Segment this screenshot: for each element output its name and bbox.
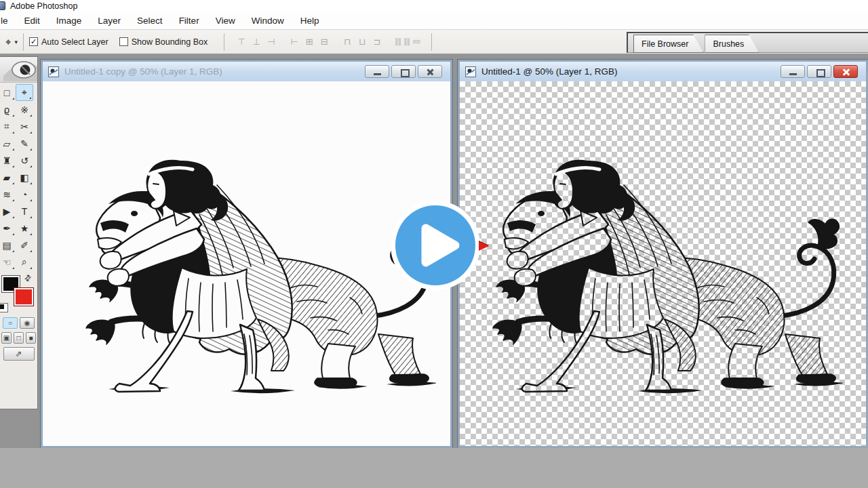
color-swatches: ⇄ (0, 273, 37, 314)
close-icon[interactable] (418, 65, 442, 78)
align-left-icon[interactable]: ⊢ (289, 37, 300, 47)
document-window-untitled-1: Untitled-1 @ 50% (Layer 1, RGB) (458, 60, 868, 448)
tool-pen[interactable]: ✒ (0, 220, 16, 237)
tool-crop[interactable]: ⌗ (0, 118, 16, 135)
move-tool-icon: ⌖ (5, 36, 11, 48)
document-2-window-controls (781, 65, 858, 78)
tool-rectangular-marquee[interactable]: □ (0, 84, 16, 101)
tool-move[interactable]: ⌖ (16, 84, 33, 101)
standard-screen-mode-button[interactable]: ▣ (1, 332, 12, 344)
separator (224, 33, 224, 51)
tool-options-bar: ⌖ ▾ ✓ Auto Select Layer Show Bounding Bo… (0, 29, 868, 54)
app-title: Adobe Photoshop (10, 1, 77, 11)
menu-image[interactable]: Image (48, 14, 90, 28)
tool-path-selection[interactable]: ▶ (0, 203, 16, 220)
document-1-canvas[interactable] (43, 81, 450, 446)
tool-zoom[interactable]: ⌕ (16, 253, 33, 270)
bottom-letterbox-bar (0, 448, 868, 488)
menu-window[interactable]: Window (243, 14, 292, 28)
align-vertical-center-icon[interactable]: ⊥ (251, 37, 262, 47)
align-right-icon[interactable]: ⊟ (319, 37, 330, 47)
document-2-titlebar[interactable]: Untitled-1 @ 50% (Layer 1, RGB) (460, 62, 866, 81)
full-screen-menubar-mode-button[interactable]: □ (14, 332, 24, 344)
show-bounding-box-label: Show Bounding Box (132, 37, 208, 47)
palette-well: File Browser Brushes (627, 32, 868, 53)
standard-mode-button[interactable]: ○ (3, 317, 18, 329)
tool-healing-brush[interactable]: ▱ (0, 135, 16, 152)
distribute-top-icon[interactable]: ⊓ (342, 37, 353, 47)
quick-mask-mode-button[interactable]: ◉ (20, 317, 35, 329)
separator (23, 33, 24, 51)
distribute-right-icon[interactable]: ≡≡ (412, 37, 420, 46)
document-1-window-controls (365, 65, 442, 78)
align-buttons-group-3: ⊓ ⊔ ⊐ (342, 37, 382, 47)
red-pointer-cursor (479, 241, 489, 251)
document-1-titlebar[interactable]: Untitled-1 copy @ 50% (Layer 1, RGB) (43, 62, 450, 81)
menu-edit[interactable]: Edit (16, 14, 48, 28)
minimize-icon[interactable] (781, 65, 805, 78)
tool-eraser[interactable]: ▰ (0, 169, 16, 186)
current-tool-preset[interactable]: ⌖ ▾ (5, 36, 18, 48)
restore-icon[interactable] (807, 65, 831, 78)
document-2-title: Untitled-1 @ 50% (Layer 1, RGB) (481, 66, 781, 77)
align-buttons-group-1: ⊤ ⊥ ⊣ (236, 37, 277, 47)
document-2-canvas[interactable] (460, 81, 866, 446)
auto-select-layer-option[interactable]: ✓ Auto Select Layer (29, 37, 108, 47)
photoshop-document-icon (465, 66, 476, 77)
align-top-icon[interactable]: ⊤ (236, 37, 247, 47)
video-play-button[interactable] (390, 200, 481, 291)
jump-to-imageready-button[interactable]: ⇗ (3, 347, 35, 361)
tool-magic-wand[interactable]: ※ (16, 101, 33, 118)
distribute-horizontal-center-icon[interactable]: ∥∥ (403, 37, 410, 46)
background-color-swatch[interactable] (14, 288, 33, 306)
menu-view[interactable]: View (208, 14, 243, 28)
toolbox-palette: □ ⌖ ϱ ※ ⌗ ✂ ▱ ✎ ♜ ↺ ▰ ◧ ≋ ◔ ▶ T ✒ ★ ▤ ✐ (0, 56, 38, 409)
align-horizontal-center-icon[interactable]: ⊞ (304, 37, 315, 47)
photoshop-app-icon (0, 1, 5, 10)
tab-brushes[interactable]: Brushes (705, 35, 759, 53)
tool-lasso[interactable]: ϱ (0, 101, 16, 118)
auto-select-layer-label: Auto Select Layer (41, 37, 108, 47)
quick-mask-buttons: ○ ◉ (0, 317, 37, 329)
screen-mode-buttons: ▣ □ ■ (0, 332, 37, 344)
show-bounding-box-checkbox[interactable] (119, 37, 128, 46)
tab-file-browser[interactable]: File Browser (633, 35, 703, 53)
align-buttons-group-2: ⊢ ⊞ ⊟ (289, 37, 330, 47)
tool-grid: □ ⌖ ϱ ※ ⌗ ✂ ▱ ✎ ♜ ↺ ▰ ◧ ≋ ◔ ▶ T ✒ ★ ▤ ✐ (0, 83, 37, 270)
swap-colors-icon[interactable]: ⇄ (22, 272, 34, 283)
tool-blur[interactable]: ≋ (0, 186, 16, 203)
tool-dodge[interactable]: ◔ (16, 186, 33, 203)
default-colors-icon[interactable] (0, 303, 8, 312)
tool-hand[interactable]: ☜ (0, 253, 16, 270)
tool-slice[interactable]: ✂ (16, 118, 33, 135)
align-bottom-icon[interactable]: ⊣ (266, 37, 277, 47)
menu-select[interactable]: Select (129, 14, 171, 28)
menu-filter[interactable]: Filter (171, 14, 208, 28)
menu-layer[interactable]: Layer (90, 14, 129, 28)
tool-eyedropper[interactable]: ✐ (16, 237, 33, 253)
tool-clone-stamp[interactable]: ♜ (0, 152, 16, 169)
close-icon[interactable] (833, 65, 858, 78)
minimize-icon[interactable] (365, 65, 389, 78)
menu-file[interactable]: le (0, 14, 16, 28)
auto-select-layer-checkbox[interactable]: ✓ (29, 37, 38, 46)
hercules-lion-artwork (80, 152, 436, 403)
photoshop-document-icon (48, 66, 59, 77)
distribute-bottom-icon[interactable]: ⊐ (372, 37, 382, 47)
chevron-down-icon[interactable]: ▾ (14, 39, 18, 45)
tool-history-brush[interactable]: ↺ (16, 152, 33, 169)
restore-icon[interactable] (391, 65, 416, 78)
separator (431, 33, 432, 51)
app-titlebar[interactable]: Adobe Photoshop (0, 0, 868, 12)
show-bounding-box-option[interactable]: Show Bounding Box (119, 37, 208, 47)
tool-notes[interactable]: ▤ (0, 237, 16, 253)
tool-gradient[interactable]: ◧ (16, 169, 33, 186)
hercules-lion-artwork (487, 152, 843, 403)
distribute-vertical-center-icon[interactable]: ⊔ (357, 37, 368, 47)
menu-help[interactable]: Help (292, 14, 328, 28)
tool-brush[interactable]: ✎ (16, 135, 33, 152)
distribute-left-icon[interactable]: ∥∥ (395, 37, 401, 46)
tool-type[interactable]: T (16, 203, 33, 220)
tool-custom-shape[interactable]: ★ (16, 220, 33, 237)
full-screen-mode-button[interactable]: ■ (26, 332, 36, 344)
